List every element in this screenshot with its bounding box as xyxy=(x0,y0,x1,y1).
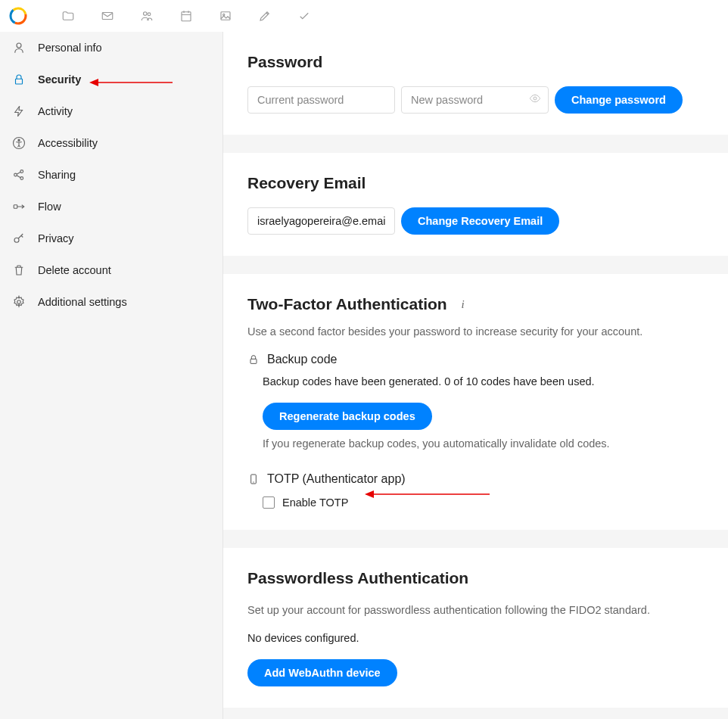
svg-point-18 xyxy=(17,300,21,304)
svg-rect-3 xyxy=(102,13,113,20)
svg-rect-16 xyxy=(14,205,17,209)
svg-point-14 xyxy=(20,170,23,173)
backup-code-title-text: Backup code xyxy=(267,353,338,366)
backup-code-status: Backup codes have been generated. 0 of 1… xyxy=(263,374,704,391)
calendar-icon[interactable] xyxy=(170,0,203,32)
svg-point-9 xyxy=(17,43,21,48)
sidebar-item-privacy[interactable]: Privacy xyxy=(0,223,222,254)
mail-icon[interactable] xyxy=(91,0,124,32)
svg-rect-6 xyxy=(182,12,191,21)
svg-point-5 xyxy=(148,13,151,16)
pencil-icon[interactable] xyxy=(248,0,282,32)
recovery-email-section: Recovery Email Change Recovery Email xyxy=(223,153,728,256)
accessibility-icon xyxy=(12,136,26,150)
sidebar-item-accessibility[interactable]: Accessibility xyxy=(0,127,222,159)
bolt-icon xyxy=(12,104,26,118)
totp-subsection: TOTP (Authenticator app) Enable TOTP xyxy=(247,472,704,509)
image-icon[interactable] xyxy=(209,0,242,32)
svg-rect-10 xyxy=(16,79,23,84)
user-icon xyxy=(12,41,26,54)
two-factor-desc: Use a second factor besides your passwor… xyxy=(247,324,704,341)
content-area: Password Change password Recovery Email … xyxy=(223,32,728,719)
check-icon[interactable] xyxy=(288,0,321,32)
svg-point-19 xyxy=(534,97,537,100)
app-logo[interactable] xyxy=(9,7,27,25)
recovery-title: Recovery Email xyxy=(247,174,704,192)
password-title: Password xyxy=(247,53,704,71)
sidebar-item-additional-settings[interactable]: Additional settings xyxy=(0,286,222,318)
totp-title-text: TOTP (Authenticator app) xyxy=(267,472,406,486)
users-icon[interactable] xyxy=(130,0,163,32)
sidebar-item-label: Flow xyxy=(38,201,61,213)
eye-icon[interactable] xyxy=(529,92,541,107)
sidebar-item-label: Privacy xyxy=(38,232,74,244)
phone-icon xyxy=(247,473,260,485)
change-password-button[interactable]: Change password xyxy=(555,86,683,114)
key-icon xyxy=(12,232,26,245)
sidebar-item-flow[interactable]: Flow xyxy=(0,191,222,223)
regenerate-backup-codes-button[interactable]: Regenerate backup codes xyxy=(263,403,432,430)
passwordless-desc: Set up your account for passwordless aut… xyxy=(247,602,704,619)
info-icon[interactable]: i xyxy=(456,297,470,311)
trash-icon xyxy=(12,263,26,277)
svg-point-12 xyxy=(18,139,20,141)
backup-code-note: If you regenerate backup codes, you auto… xyxy=(263,437,704,450)
sidebar-item-label: Accessibility xyxy=(38,137,98,149)
backup-code-title: Backup code xyxy=(247,353,704,366)
sidebar-item-delete-account[interactable]: Delete account xyxy=(0,254,222,286)
sidebar-item-label: Personal info xyxy=(38,42,102,54)
sidebar-item-label: Additional settings xyxy=(38,296,127,308)
change-recovery-email-button[interactable]: Change Recovery Email xyxy=(401,207,559,235)
passwordless-section: Passwordless Authentication Set up your … xyxy=(223,548,728,708)
sidebar-item-label: Delete account xyxy=(38,264,111,276)
two-factor-section: Two-Factor Authentication i Use a second… xyxy=(223,274,728,530)
lock-icon xyxy=(12,73,26,86)
gear-icon xyxy=(12,295,26,309)
sidebar-item-label: Sharing xyxy=(38,169,76,181)
recovery-email-input[interactable] xyxy=(247,207,395,235)
sidebar-item-security[interactable]: Security xyxy=(0,64,222,95)
flow-icon xyxy=(12,200,26,213)
passwordless-status: No devices configured. xyxy=(247,630,704,647)
svg-rect-20 xyxy=(250,359,257,363)
share-icon xyxy=(12,168,26,182)
topbar xyxy=(0,0,728,32)
svg-point-15 xyxy=(20,177,23,180)
new-password-input[interactable] xyxy=(401,86,549,114)
sidebar-item-label: Activity xyxy=(38,105,73,117)
svg-point-13 xyxy=(14,173,17,176)
password-section: Password Change password xyxy=(223,32,728,135)
sidebar-item-personal-info[interactable]: Personal info xyxy=(0,32,222,64)
enable-totp-checkbox[interactable] xyxy=(263,496,275,509)
svg-rect-7 xyxy=(221,12,230,20)
enable-totp-label: Enable TOTP xyxy=(282,496,348,509)
svg-point-17 xyxy=(14,238,19,242)
current-password-input[interactable] xyxy=(247,86,395,114)
totp-title: TOTP (Authenticator app) xyxy=(247,472,704,486)
sidebar-item-sharing[interactable]: Sharing xyxy=(0,159,222,191)
two-factor-title: Two-Factor Authentication xyxy=(247,295,447,313)
backup-code-subsection: Backup code Backup codes have been gener… xyxy=(247,353,704,450)
lock-icon xyxy=(247,353,260,366)
folder-icon[interactable] xyxy=(51,0,85,32)
main-content: Personal info Security Activity Accessib… xyxy=(0,32,728,719)
sidebar-item-label: Security xyxy=(38,73,81,86)
sidebar-item-activity[interactable]: Activity xyxy=(0,95,222,127)
svg-point-4 xyxy=(144,12,148,16)
passwordless-title: Passwordless Authentication xyxy=(247,569,704,587)
sidebar: Personal info Security Activity Accessib… xyxy=(0,32,223,719)
add-webauthn-device-button[interactable]: Add WebAuthn device xyxy=(247,659,397,686)
